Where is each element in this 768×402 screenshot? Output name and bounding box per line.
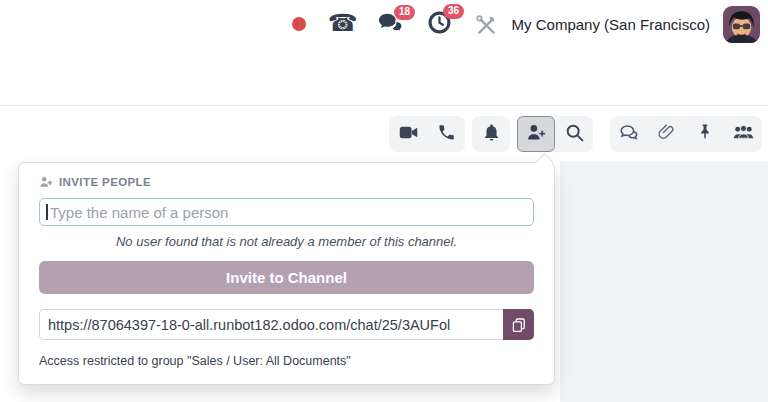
- pin-icon: [696, 123, 714, 145]
- person-search-wrap: [39, 198, 534, 226]
- company-switcher[interactable]: My Company (San Francisco): [512, 16, 710, 33]
- call-button-group: [389, 116, 465, 152]
- person-search-input[interactable]: [39, 198, 534, 226]
- voice-call-button[interactable]: [427, 116, 465, 152]
- person-plus-icon-small: [39, 175, 53, 189]
- access-restriction-note: Access restricted to group "Sales / User…: [39, 354, 534, 368]
- top-navbar: ☎ 18 36 My Company (San Francisco): [0, 0, 768, 48]
- copy-icon: [511, 317, 527, 333]
- chat-bubbles-icon: [619, 122, 640, 147]
- copy-link-button[interactable]: [503, 309, 534, 340]
- paperclip-icon: [657, 122, 677, 146]
- member-list-button[interactable]: [724, 116, 762, 152]
- search-messages-button[interactable]: [555, 116, 593, 152]
- search-icon: [564, 122, 585, 147]
- channel-panels-group: [610, 116, 762, 152]
- video-camera-icon: [398, 122, 419, 147]
- users-group-icon: [732, 123, 755, 145]
- invite-link-input[interactable]: [39, 309, 503, 340]
- user-avatar[interactable]: [723, 6, 760, 43]
- invite-link-row: [39, 309, 534, 340]
- bell-icon: [482, 123, 501, 146]
- popover-title: INVITE PEOPLE: [59, 176, 151, 188]
- invite-people-popover: INVITE PEOPLE No user found that is not …: [18, 162, 555, 385]
- text-cursor: [46, 204, 48, 220]
- invite-to-channel-button[interactable]: Invite to Channel: [39, 261, 534, 294]
- presence-status-icon[interactable]: [292, 17, 306, 31]
- softphone-icon[interactable]: ☎: [328, 11, 358, 35]
- channel-toolbar: [0, 105, 768, 162]
- activities-menu[interactable]: 36: [428, 11, 451, 38]
- messages-count-badge: 18: [394, 5, 414, 20]
- add-member-button[interactable]: [517, 116, 555, 152]
- no-user-found-message: No user found that is not already a memb…: [39, 234, 534, 249]
- pinned-messages-button[interactable]: [686, 116, 724, 152]
- notification-settings-button[interactable]: [472, 116, 510, 152]
- phone-icon: [437, 123, 456, 146]
- attachments-button[interactable]: [648, 116, 686, 152]
- popover-header: INVITE PEOPLE: [39, 175, 534, 189]
- person-plus-icon: [526, 122, 547, 147]
- video-call-button[interactable]: [389, 116, 427, 152]
- activities-count-badge: 36: [443, 4, 463, 19]
- thread-background: [560, 161, 768, 402]
- member-search-group: [517, 116, 593, 152]
- threads-button[interactable]: [610, 116, 648, 152]
- messages-menu[interactable]: 18: [378, 12, 402, 37]
- notification-button-group: [472, 116, 510, 152]
- developer-tools-icon[interactable]: [475, 14, 496, 35]
